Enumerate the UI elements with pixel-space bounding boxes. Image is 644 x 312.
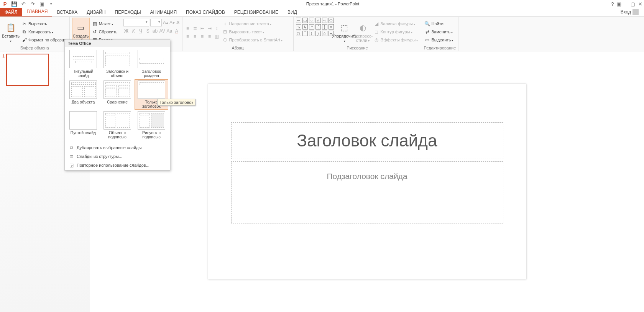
layout-content-caption[interactable]: Объект с подписью — [100, 110, 134, 140]
text-direction-button[interactable]: ↕Направление текста — [222, 20, 284, 28]
slide-thumb-preview[interactable] — [6, 54, 49, 86]
shape-fill-button[interactable]: ◢Заливка фигуры — [373, 20, 419, 28]
layout-button[interactable]: ▤Макет — [91, 20, 118, 28]
redo-icon[interactable]: ↷ — [29, 0, 36, 7]
window-title: Презентация1 - PowerPoint — [54, 2, 611, 6]
spacing-icon[interactable]: AV — [159, 28, 165, 34]
cut-button[interactable]: ✂Вырезать — [21, 20, 67, 28]
layout-blank[interactable]: Пустой слайд — [66, 110, 100, 140]
columns-icon[interactable]: ▥ — [214, 33, 220, 40]
close-icon[interactable]: ✕ — [638, 1, 642, 7]
titlebar: P 💾 ↶ ↷ ▣ ▾ Презентация1 - PowerPoint ? … — [0, 0, 644, 8]
justify-icon[interactable]: ≡ — [207, 33, 213, 40]
title-placeholder[interactable]: Заголовок слайда — [231, 122, 503, 159]
arrange-button[interactable]: ⬚ Упорядочить — [336, 18, 353, 46]
align-right-icon[interactable]: ≡ — [199, 33, 205, 40]
font-family-select[interactable] — [123, 19, 149, 26]
save-icon[interactable]: 💾 — [11, 0, 18, 7]
tab-review[interactable]: РЕЦЕНЗИРОВАНИЕ — [230, 8, 283, 16]
align-text-icon: ⊟ — [222, 29, 228, 34]
reset-label: Сбросить — [99, 30, 118, 34]
copy-button[interactable]: ⧉Копировать — [21, 28, 67, 36]
align-center-icon[interactable]: ≡ — [192, 33, 198, 40]
format-painter-button[interactable]: 🖌Формат по образцу — [21, 36, 67, 44]
slide-canvas[interactable]: Заголовок слайда Подзаголовок слайда — [90, 51, 644, 312]
shape-effects-label: Эффекты фигуры — [381, 38, 418, 42]
tab-home[interactable]: ГЛАВНАЯ — [22, 7, 52, 16]
minimize-icon[interactable]: − — [624, 1, 628, 7]
layout-title-slide[interactable]: Титульный слайд — [66, 49, 100, 79]
ribbon-opts-icon[interactable]: ▣ — [617, 1, 621, 7]
case-icon[interactable]: Aa — [166, 28, 172, 34]
reuse-icon: ◲ — [69, 162, 74, 168]
maximize-icon[interactable]: ▢ — [631, 1, 635, 7]
clear-format-icon[interactable]: A̷ — [176, 19, 180, 26]
undo-icon[interactable]: ↶ — [20, 0, 27, 7]
quick-styles-icon: ◐ — [357, 22, 369, 33]
shrink-font-icon[interactable]: A▾ — [169, 19, 175, 26]
select-icon: ▭ — [424, 37, 430, 43]
layout-section-header[interactable]: Заголовок раздела — [135, 49, 168, 79]
paste-button[interactable]: 📋 Вставить — [2, 18, 19, 46]
cut-icon: ✂ — [21, 21, 27, 26]
tab-view[interactable]: ВИД — [283, 8, 302, 16]
replace-button[interactable]: ⇄Заменить — [424, 28, 454, 36]
tab-insert[interactable]: ВСТАВКА — [52, 8, 82, 16]
help-icon[interactable]: ? — [611, 1, 614, 7]
shape-outline-button[interactable]: ◻Контур фигуры — [373, 28, 419, 36]
ribbon-tabs: ФАЙЛ ГЛАВНАЯ ВСТАВКА ДИЗАЙН ПЕРЕХОДЫ АНИ… — [0, 8, 644, 17]
italic-icon[interactable]: К — [130, 28, 136, 34]
start-show-icon[interactable]: ▣ — [38, 0, 45, 7]
align-text-button[interactable]: ⊟Выровнять текст — [222, 28, 284, 36]
font-color-icon[interactable]: A — [174, 28, 180, 34]
find-button[interactable]: 🔍Найти — [424, 20, 454, 28]
slides-from-outline-item[interactable]: ≣Слайды из структуры... — [65, 152, 170, 161]
strike-icon[interactable]: S — [145, 28, 151, 34]
tab-animations[interactable]: АНИМАЦИЯ — [146, 8, 181, 16]
reset-button[interactable]: ↺Сбросить — [91, 28, 118, 36]
layout-comparison[interactable]: Сравнение — [100, 79, 134, 110]
text-direction-icon: ↕ — [222, 21, 228, 26]
app-icon: P — [2, 0, 8, 7]
tab-slideshow[interactable]: ПОКАЗ СЛАЙДОВ — [181, 8, 230, 16]
bold-icon[interactable]: Ж — [123, 28, 130, 34]
indent-dec-icon[interactable]: ⇤ — [199, 25, 205, 32]
tab-file[interactable]: ФАЙЛ — [0, 8, 22, 16]
font-size-select[interactable] — [150, 19, 162, 26]
slide[interactable]: Заголовок слайда Подзаголовок слайда — [208, 84, 526, 279]
paste-label: Вставить — [2, 34, 20, 43]
shape-effects-button[interactable]: ◎Эффекты фигуры — [373, 36, 419, 44]
bullets-icon[interactable]: ≡ — [185, 25, 191, 32]
layout-label: Макет — [99, 21, 113, 26]
paste-icon: 📋 — [5, 22, 16, 33]
layout-picture-caption[interactable]: Рисунок с подписью — [135, 110, 168, 140]
find-label: Найти — [431, 21, 443, 26]
tab-transitions[interactable]: ПЕРЕХОДЫ — [110, 8, 146, 16]
line-spacing-icon[interactable]: ↕ — [214, 25, 220, 32]
quick-styles-button[interactable]: ◐ Экспресс-стили — [355, 18, 371, 46]
duplicate-slides-item[interactable]: ⧉Дублировать выбранные слайды — [65, 143, 170, 152]
replace-label: Заменить — [431, 30, 453, 34]
indent-inc-icon[interactable]: ⇥ — [207, 25, 213, 32]
outline-icon: ◻ — [374, 29, 380, 34]
new-slide-icon: ▭ — [75, 22, 87, 33]
layout-two-content[interactable]: Два объекта — [66, 79, 100, 110]
group-drawing: ─▭○△⇨⬠ ↘↳↱{}▾ ⬡⌒()☆▾ ⬚ Упорядочить ◐ Экс… — [294, 17, 422, 51]
align-left-icon[interactable]: ≡ — [185, 33, 191, 40]
group-drawing-label: Рисование — [296, 46, 419, 51]
reuse-slides-item[interactable]: ◲Повторное использование слайдов... — [65, 161, 170, 169]
smartart-button[interactable]: ⬡Преобразовать в SmartArt — [222, 36, 284, 44]
underline-icon[interactable]: Ч — [138, 28, 144, 34]
shape-gallery[interactable]: ─▭○△⇨⬠ ↘↳↱{}▾ ⬡⌒()☆▾ — [296, 18, 335, 46]
layout-title-content[interactable]: Заголовок и объект — [100, 49, 134, 79]
grow-font-icon[interactable]: A▴ — [163, 19, 168, 26]
qat-more-icon[interactable]: ▾ — [48, 0, 54, 7]
subtitle-placeholder[interactable]: Подзаголовок слайда — [231, 161, 503, 223]
numbering-icon[interactable]: ≣ — [192, 25, 198, 32]
select-button[interactable]: ▭Выделить — [424, 36, 454, 44]
signin[interactable]: Вход — [618, 7, 642, 16]
group-clipboard-label: Буфер обмена — [2, 46, 67, 51]
shadow-icon[interactable]: ab — [152, 28, 158, 34]
tab-design[interactable]: ДИЗАЙН — [82, 8, 110, 16]
layout-icon: ▤ — [92, 21, 98, 26]
